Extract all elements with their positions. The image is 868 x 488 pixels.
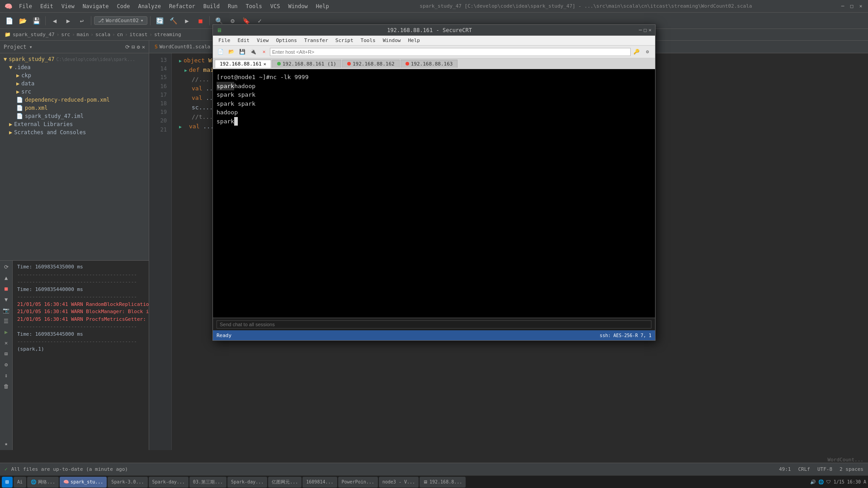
tab-wordcount01[interactable]: S WordCount01.scala — [149, 41, 216, 53]
scrt-key-button[interactable]: 🔑 — [632, 47, 642, 57]
scrt-menu-script[interactable]: Script — [333, 37, 356, 44]
taskbar-shield-icon[interactable]: 🛡 — [826, 479, 831, 484]
menu-refactor[interactable]: Refactor — [165, 2, 199, 11]
taskbar-start-button[interactable]: ⊞ — [2, 477, 13, 488]
securecrt-restore[interactable]: □ — [644, 27, 647, 33]
tree-pom[interactable]: 📄 pom.xml — [0, 104, 149, 112]
menu-tools[interactable]: Tools — [242, 2, 266, 11]
run-close-button[interactable]: ✕ — [2, 338, 11, 347]
open-button[interactable]: 📂 — [16, 14, 29, 27]
menu-window[interactable]: Window — [284, 2, 311, 11]
run-down-button[interactable]: ▼ — [2, 295, 11, 304]
run-up-button[interactable]: ▲ — [2, 273, 11, 282]
breadcrumb-itcast[interactable]: itcast — [130, 32, 148, 38]
taskbar-btn-spark3[interactable]: Spark-day... — [227, 477, 267, 488]
menu-help[interactable]: Help — [312, 2, 333, 11]
taskbar-btn-vm[interactable]: node3 - V... — [379, 477, 419, 488]
tree-iml[interactable]: 📄 spark_study_47.iml — [0, 112, 149, 120]
taskbar-btn-ssh[interactable]: 🖥 192.168.8... — [420, 477, 466, 488]
taskbar-btn-idea[interactable]: 🧠 spark_stu... — [60, 477, 107, 488]
tree-scratches[interactable]: ▶ Scratches and Consoles — [0, 128, 149, 136]
tree-idea[interactable]: ▼ .idea — [0, 63, 149, 71]
breadcrumb-streaming[interactable]: streaming — [154, 32, 181, 38]
tree-src[interactable]: ▶ src — [0, 88, 149, 96]
taskbar-btn-web[interactable]: 🌐 网络... — [27, 477, 59, 488]
taskbar-btn-doc1[interactable]: 03.第三期... — [189, 477, 226, 488]
scrt-host-input[interactable] — [270, 48, 631, 56]
menu-edit[interactable]: Edit — [37, 2, 57, 11]
scrt-settings-button[interactable]: ⚙ — [642, 47, 652, 57]
restore-button[interactable]: □ — [848, 3, 855, 10]
close-button[interactable]: ✕ — [857, 3, 864, 10]
scrt-connect-button[interactable]: 🔌 — [248, 47, 258, 57]
scrt-save-button[interactable]: 💾 — [237, 47, 247, 57]
scrt-disconnect-button[interactable]: ✕ — [259, 47, 269, 57]
scrt-menu-transfer[interactable]: Transfer — [302, 37, 331, 44]
scrt-menu-file[interactable]: File — [216, 37, 233, 44]
securecrt-minimize[interactable]: ─ — [639, 27, 642, 33]
collapse-icon[interactable]: ⊟ — [132, 44, 135, 50]
scrt-menu-view[interactable]: View — [254, 37, 272, 44]
breadcrumb-main[interactable]: main — [77, 32, 89, 38]
taskbar-btn-ai[interactable]: Ai — [14, 477, 26, 488]
scrt-tab-2[interactable]: 192.168.88.161 (1) — [272, 60, 341, 68]
run-config-button[interactable]: ▶ — [180, 14, 193, 27]
scrt-menu-tools[interactable]: Tools — [358, 37, 378, 44]
back-button[interactable]: ◀ — [48, 14, 61, 27]
securecrt-terminal[interactable]: [root@node1 ~]# nc -lk 9999 spark hadoop… — [213, 69, 655, 318]
run-resume-button[interactable]: ▶ — [2, 328, 11, 337]
new-file-button[interactable]: 📄 — [3, 14, 15, 27]
run-scroll-button[interactable]: ↕ — [2, 371, 11, 380]
taskbar-btn-spark2[interactable]: Spark-day... — [149, 477, 189, 488]
securecrt-close[interactable]: ✕ — [648, 27, 651, 33]
breadcrumb-project[interactable]: spark_study_47 — [13, 32, 55, 38]
menu-vcs[interactable]: VCS — [267, 2, 284, 11]
scrt-menu-options[interactable]: Options — [274, 37, 300, 44]
taskbar-btn-ytw[interactable]: 亿图网元... — [268, 477, 302, 488]
run-restart-button[interactable]: ⟳ — [2, 263, 11, 272]
menu-run[interactable]: Run — [224, 2, 241, 11]
build-project-button[interactable]: 🔨 — [167, 14, 179, 27]
scrt-new-button[interactable]: 📄 — [216, 47, 226, 57]
tree-ext-libs[interactable]: ▶ External Libraries — [0, 120, 149, 128]
run-favorites-button[interactable]: ★ — [2, 439, 11, 448]
menu-analyze[interactable]: Analyze — [134, 2, 165, 11]
sync-tree-icon[interactable]: ⟳ — [125, 44, 130, 50]
menu-view[interactable]: View — [58, 2, 78, 11]
run-trash-button[interactable]: 🗑 — [2, 382, 11, 391]
forward-button[interactable]: ▶ — [62, 14, 75, 27]
close-panel-icon[interactable]: ✕ — [142, 44, 145, 50]
menu-file[interactable]: File — [15, 2, 36, 11]
scrt-chat-input[interactable] — [217, 320, 651, 328]
sync-button[interactable]: 🔄 — [153, 14, 166, 27]
taskbar-lang-icon[interactable]: A — [863, 479, 866, 484]
breadcrumb-src[interactable]: src — [61, 32, 70, 38]
scrt-menu-edit[interactable]: Edit — [235, 37, 253, 44]
tree-dep-pom[interactable]: 📄 dependency-reduced-pom.xml — [0, 96, 149, 104]
scrt-tab-1[interactable]: 192.168.88.161 ✕ — [215, 60, 271, 68]
menu-code[interactable]: Code — [113, 2, 134, 11]
scrt-menu-help[interactable]: Help — [405, 37, 423, 44]
scrt-tab1-close[interactable]: ✕ — [264, 61, 266, 66]
gear-icon[interactable]: ⚙ — [137, 44, 140, 50]
stop-button[interactable]: ■ — [194, 14, 207, 27]
scrt-open-button[interactable]: 📂 — [226, 47, 236, 57]
tree-data[interactable]: ▶ data — [0, 80, 149, 88]
scrt-tab-4[interactable]: 192.168.88.163 — [401, 60, 458, 68]
menu-build[interactable]: Build — [200, 2, 223, 11]
run-screenshot-button[interactable]: 📷 — [2, 306, 11, 315]
scrt-menu-window[interactable]: Window — [380, 37, 404, 44]
scrt-tab-3[interactable]: 192.168.88.162 — [342, 60, 400, 68]
run-filter-button[interactable]: ⚙ — [2, 360, 11, 369]
save-button[interactable]: 💾 — [30, 14, 42, 27]
run-layout2-button[interactable]: ⊞ — [2, 349, 11, 358]
taskbar-network-icon[interactable]: 🌐 — [818, 479, 824, 484]
run-layout-button[interactable]: ☰ — [2, 317, 11, 326]
taskbar-btn-img[interactable]: 1609814... — [302, 477, 337, 488]
minimize-button[interactable]: ─ — [839, 3, 846, 10]
tree-ckp[interactable]: ▶ ckp — [0, 71, 149, 80]
branch-selector[interactable]: ⎇ WordCount02 ▾ — [94, 16, 147, 25]
menu-navigate[interactable]: Navigate — [79, 2, 113, 11]
taskbar-btn-spark1[interactable]: Spark-3.0... — [108, 477, 147, 488]
tree-root[interactable]: ▼ spark_study_47 C:\develop\code\idea\sp… — [0, 55, 149, 63]
